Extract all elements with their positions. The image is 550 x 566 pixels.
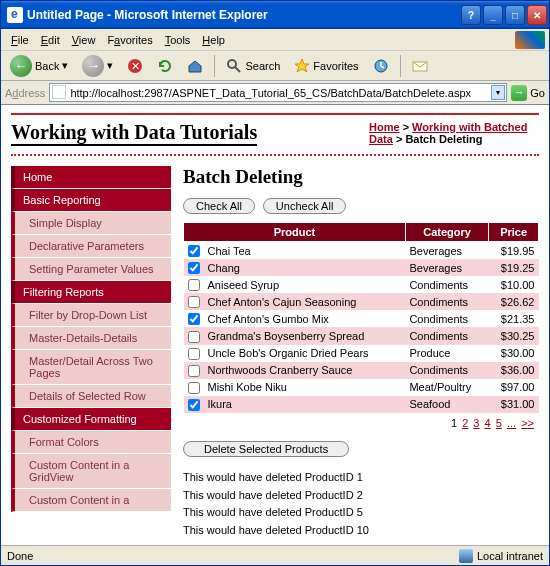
address-bar: Address ▾ → Go [1,81,549,105]
back-button[interactable]: ← Back ▾ [5,52,73,80]
close-button[interactable]: ✕ [527,5,547,25]
go-icon: → [511,85,527,101]
row-checkbox[interactable] [188,382,200,394]
sidebar-item[interactable]: Simple Display [11,212,171,235]
menu-file[interactable]: File [5,32,35,48]
uncheck-all-button[interactable]: Uncheck All [263,198,346,214]
toolbar: ← Back ▾ → ▾ ✕ Search Favorites [1,51,549,81]
delete-selected-button[interactable]: Delete Selected Products [183,441,349,457]
table-row: ChangBeverages$19.25 [184,259,539,276]
row-checkbox[interactable] [188,245,200,257]
menu-view[interactable]: View [66,32,102,48]
intranet-icon [459,549,473,563]
refresh-icon [157,58,173,74]
sidebar-category[interactable]: Basic Reporting [11,189,171,212]
favorites-button[interactable]: Favorites [289,55,363,77]
cell-category: Beverages [405,259,488,276]
sidebar-category[interactable]: Customized Formatting [11,408,171,431]
home-button[interactable] [182,55,208,77]
home-icon [187,58,203,74]
history-button[interactable] [368,55,394,77]
sidebar-category[interactable]: Filtering Reports [11,281,171,304]
check-buttons: Check All Uncheck All [183,198,539,214]
pager-link[interactable]: 4 [485,417,491,429]
cell-price: $26.62 [489,293,539,310]
table-row: Chef Anton's Gumbo MixCondiments$21.35 [184,310,539,327]
cell-category: Condiments [405,276,488,293]
url-input[interactable] [49,83,507,102]
stop-icon: ✕ [127,58,143,74]
cell-product: Chang [204,259,406,276]
url-wrapper: ▾ [49,83,507,102]
pager-link[interactable]: 3 [473,417,479,429]
breadcrumb-home[interactable]: Home [369,121,400,133]
pager-link[interactable]: 2 [462,417,468,429]
sidebar-item[interactable]: Filter by Drop-Down List [11,304,171,327]
row-checkbox[interactable] [188,262,200,274]
zone-label: Local intranet [477,550,543,562]
cell-product: Ikura [204,396,406,413]
cell-price: $19.95 [489,242,539,260]
refresh-button[interactable] [152,55,178,77]
minimize-button[interactable]: _ [483,5,503,25]
menu-tools[interactable]: Tools [159,32,197,48]
search-button[interactable]: Search [221,55,285,77]
separator [214,55,215,77]
sidebar-item[interactable]: Declarative Parameters [11,235,171,258]
pager-link[interactable]: ... [507,417,516,429]
cell-product: Mishi Kobe Niku [204,379,406,396]
sidebar-item[interactable]: Format Colors [11,431,171,454]
sidebar-item[interactable]: Master/Detail Across Two Pages [11,350,171,385]
sidebar-item[interactable]: Setting Parameter Values [11,258,171,281]
maximize-button[interactable]: □ [505,5,525,25]
row-checkbox[interactable] [188,348,200,360]
browser-window: Untitled Page - Microsoft Internet Explo… [0,0,550,566]
cell-category: Condiments [405,327,488,344]
cell-price: $30.00 [489,345,539,362]
row-checkbox[interactable] [188,313,200,325]
windows-logo-icon [515,31,545,49]
sidebar-category[interactable]: Home [11,166,171,189]
row-checkbox[interactable] [188,331,200,343]
menu-favorites[interactable]: Favorites [101,32,158,48]
titlebar: Untitled Page - Microsoft Internet Explo… [1,1,549,29]
breadcrumb-sep: > [396,133,405,145]
svg-line-3 [235,67,240,72]
pager-link[interactable]: 5 [496,417,502,429]
cell-product: Grandma's Boysenberry Spread [204,327,406,344]
search-label: Search [245,60,280,72]
svg-text:✕: ✕ [131,60,140,72]
sidebar-item[interactable]: Master-Details-Details [11,327,171,350]
stop-button[interactable]: ✕ [122,55,148,77]
row-checkbox[interactable] [188,399,200,411]
cell-price: $31.00 [489,396,539,413]
sidebar-item[interactable]: Custom Content in a [11,489,171,512]
menu-edit[interactable]: Edit [35,32,66,48]
mail-button[interactable] [407,55,433,77]
row-checkbox[interactable] [188,279,200,291]
ie-icon [7,7,23,23]
cell-category: Condiments [405,362,488,379]
table-row: Mishi Kobe NikuMeat/Poultry$97.00 [184,379,539,396]
forward-button[interactable]: → ▾ [77,52,118,80]
sidebar-item[interactable]: Custom Content in a GridView [11,454,171,489]
address-label: Address [5,87,45,99]
pager-link[interactable]: >> [521,417,534,429]
window-buttons: ? _ □ ✕ [461,5,547,25]
result-line: This would have deleted ProductID 1 [183,469,539,487]
cell-product: Chef Anton's Gumbo Mix [204,310,406,327]
pager: 1 2 3 4 5 ... >> [183,413,539,433]
help-button[interactable]: ? [461,5,481,25]
row-checkbox[interactable] [188,365,200,377]
go-button[interactable]: → Go [511,85,545,101]
favorites-label: Favorites [313,60,358,72]
row-checkbox[interactable] [188,296,200,308]
status-zone: Local intranet [459,549,543,563]
url-dropdown-icon[interactable]: ▾ [491,85,505,100]
result-line: This would have deleted ProductID 10 [183,522,539,540]
menu-help[interactable]: Help [196,32,231,48]
cell-product: Aniseed Syrup [204,276,406,293]
cell-category: Seafood [405,396,488,413]
check-all-button[interactable]: Check All [183,198,255,214]
sidebar-item[interactable]: Details of Selected Row [11,385,171,408]
